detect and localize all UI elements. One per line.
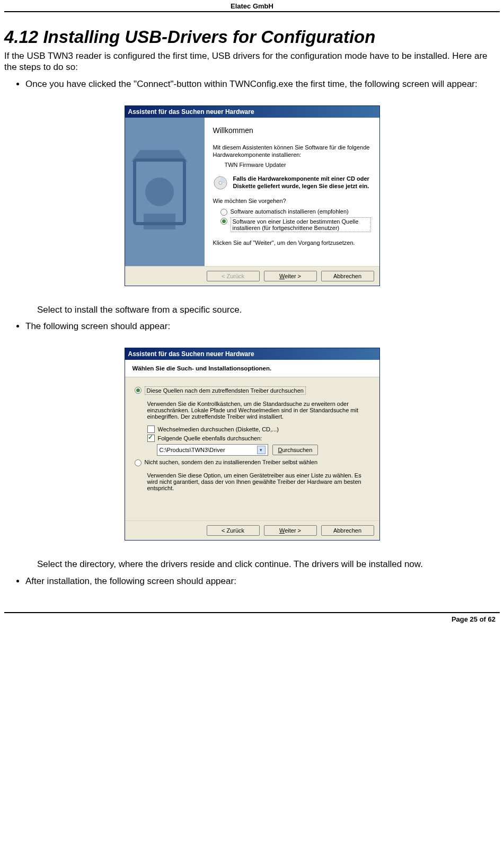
wizard1-p1: Mit diesem Assistenten können Sie Softwa… bbox=[213, 144, 371, 159]
wizard2-banner: Wählen Sie die Such- und Installationsop… bbox=[132, 365, 372, 371]
dropdown-icon[interactable]: ▾ bbox=[257, 446, 266, 454]
wizard2-path-value: C:\Products\TWN3\Driver bbox=[160, 447, 225, 453]
wizard2-opt-nosearch-label: Nicht suchen, sondern den zu installiere… bbox=[145, 459, 318, 465]
wizard2-nosearch-desc: Verwenden Sie diese Option, um einen Ger… bbox=[147, 472, 370, 491]
svg-rect-3 bbox=[145, 215, 174, 228]
wizard1-radio-auto[interactable]: Software automatisch installieren (empfo… bbox=[220, 208, 371, 216]
wizard2-cancel-button[interactable]: Abbrechen bbox=[321, 525, 374, 536]
after-wizard2-text: Select the directory, where the drivers … bbox=[37, 559, 500, 570]
wizard1-sidebar-image bbox=[125, 118, 205, 266]
section-title: 4.12 Installing USB-Drivers for Configur… bbox=[4, 27, 500, 47]
wizard1-continue-text: Klicken Sie auf "Weiter", um den Vorgang… bbox=[213, 240, 371, 247]
wizard1-opt2-label: Software von einer Liste oder bestimmten… bbox=[231, 217, 371, 232]
radio-icon-selected bbox=[135, 387, 142, 394]
wizard1-back-button: < Zurück bbox=[207, 271, 260, 281]
wizard1-question: Wie möchten Sie vorgehen? bbox=[213, 198, 371, 205]
wizard1-welcome: Willkommen bbox=[213, 126, 371, 135]
wizard1-radio-source[interactable]: Software von einer Liste oder bestimmten… bbox=[220, 217, 371, 232]
wizard1-opt1-label: Software automatisch installieren (empfo… bbox=[231, 208, 349, 215]
wizard2-search-desc: Verwenden Sie die Kontrollkästchen, um d… bbox=[147, 401, 370, 420]
wizard1-next-button[interactable]: Weiter > bbox=[264, 271, 317, 281]
wizard2-chk-removable[interactable]: Wechselmedien durchsuchen (Diskette, CD,… bbox=[147, 426, 370, 433]
bullet-3: After installation, the following screen… bbox=[25, 576, 500, 587]
checkbox-checked-icon bbox=[147, 435, 155, 442]
page-header: Elatec GmbH bbox=[4, 0, 500, 12]
wizard2-path-input[interactable]: C:\Products\TWN3\Driver ▾ bbox=[157, 444, 268, 456]
wizard2-radio-nosearch[interactable]: Nicht suchen, sondern den zu installiere… bbox=[135, 459, 370, 466]
wizard1-cancel-button[interactable]: Abbrechen bbox=[321, 271, 374, 281]
cd-icon bbox=[213, 175, 228, 190]
radio-icon-selected bbox=[220, 218, 227, 225]
intro-paragraph: If the USB TWN3 reader is configured the… bbox=[4, 50, 500, 73]
after-wizard1-text: Select to install the software from a sp… bbox=[37, 304, 500, 315]
wizard1-cd-text: Falls die Hardwarekomponente mit einer C… bbox=[233, 175, 371, 190]
wizard2-radio-search[interactable]: Diese Quellen nach dem zutreffendsten Tr… bbox=[135, 386, 370, 395]
wizard2-chk1-label: Wechselmedien durchsuchen (Diskette, CD,… bbox=[158, 426, 279, 432]
wizard2-window: Assistent für das Suchen neuer Hardware … bbox=[125, 348, 380, 541]
wizard2-chk-source[interactable]: Folgende Quelle ebenfalls durchsuchen: bbox=[147, 435, 370, 442]
svg-point-2 bbox=[147, 179, 172, 205]
wizard2-opt-search-label: Diese Quellen nach dem zutreffendsten Tr… bbox=[145, 386, 306, 395]
wizard2-titlebar: Assistent für das Suchen neuer Hardware bbox=[125, 348, 379, 360]
wizard2-chk2-label: Folgende Quelle ebenfalls durchsuchen: bbox=[158, 435, 262, 441]
wizard2-browse-button[interactable]: Durchsuchen bbox=[272, 445, 319, 455]
wizard1-titlebar: Assistent für das Suchen neuer Hardware bbox=[125, 106, 379, 118]
wizard1-device: TWN Firmware Updater bbox=[225, 162, 371, 168]
bullet-1: Once you have clicked the "Connect"-butt… bbox=[25, 78, 500, 90]
checkbox-icon bbox=[147, 426, 155, 433]
bullet-2: The following screen should appear: bbox=[25, 321, 500, 332]
wizard1-window: Assistent für das Suchen neuer Hardware bbox=[125, 105, 380, 286]
radio-icon bbox=[135, 459, 142, 466]
page-footer: Page 25 of 62 bbox=[4, 612, 500, 623]
radio-icon bbox=[220, 209, 227, 216]
wizard2-next-button[interactable]: Weiter > bbox=[264, 525, 317, 536]
wizard2-back-button[interactable]: < Zurück bbox=[207, 525, 260, 536]
